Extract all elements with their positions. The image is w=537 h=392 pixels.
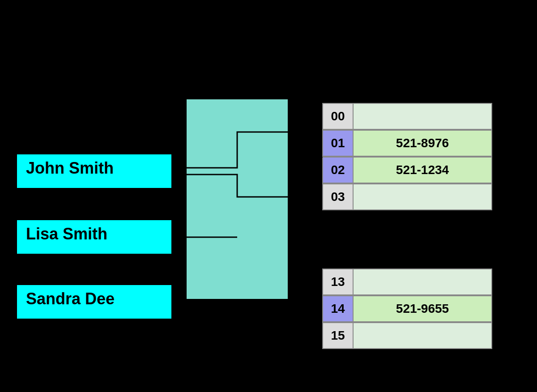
row-index-00: 00	[322, 103, 354, 130]
person-sandra-dee[interactable]: Sandra Dee	[16, 284, 172, 320]
row-value-15	[354, 322, 492, 349]
hash-column	[186, 98, 289, 300]
row-value-03	[354, 183, 492, 210]
main-container: John Smith Lisa Smith Sandra Dee 00 01 5…	[0, 0, 537, 392]
row-value-13	[354, 268, 492, 295]
row-value-02: 521-1234	[354, 157, 492, 183]
row-index-01: 01	[322, 130, 354, 157]
table-row: 13	[322, 268, 492, 295]
person-john-smith[interactable]: John Smith	[16, 153, 172, 189]
row-index-03: 03	[322, 183, 354, 210]
row-value-00	[354, 103, 492, 130]
table-row: 02 521-1234	[322, 157, 492, 183]
table-row: 15	[322, 322, 492, 349]
row-value-14: 521-9655	[354, 295, 492, 322]
row-index-14: 14	[322, 295, 354, 322]
row-index-13: 13	[322, 268, 354, 295]
row-value-01: 521-8976	[354, 130, 492, 157]
table-row: 03	[322, 183, 492, 210]
table-row: 14 521-9655	[322, 295, 492, 322]
table-row: 00	[322, 103, 492, 130]
table-group-2: 13 14 521-9655 15	[322, 268, 492, 349]
table-row: 01 521-8976	[322, 130, 492, 157]
row-index-02: 02	[322, 157, 354, 183]
table-group-1: 00 01 521-8976 02 521-1234 03	[322, 103, 492, 210]
person-lisa-smith[interactable]: Lisa Smith	[16, 219, 172, 255]
row-index-15: 15	[322, 322, 354, 349]
